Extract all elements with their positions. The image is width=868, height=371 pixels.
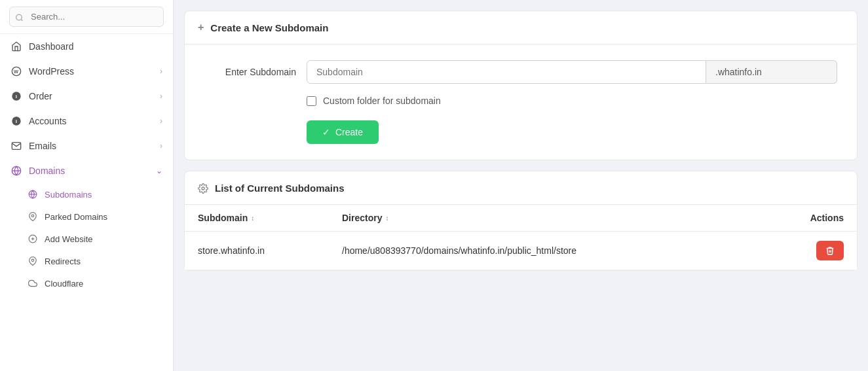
table-wrap: Subdomain ↕ Directory ↕ Actions store.wh… (185, 205, 857, 270)
redirects-icon (28, 256, 38, 266)
sidebar-label-domains: Domains (29, 166, 149, 176)
sidebar-sub-label-redirects: Redirects (45, 256, 81, 266)
actions-col-label: Actions (810, 213, 844, 223)
form-row-subdomain: Enter Subdomain .whatinfo.in (204, 60, 837, 84)
row-directory: /home/u808393770/domains/whatinfo.in/pub… (342, 245, 778, 256)
sidebar-sub-label-cloudflare: Cloudflare (45, 279, 83, 289)
create-card-title: Create a New Subdomain (210, 22, 328, 33)
subdomains-icon (28, 189, 38, 200)
chevron-right-icon: › (160, 141, 162, 150)
order-icon: i (10, 90, 22, 102)
create-button-label: Create (335, 127, 363, 137)
sidebar-item-parked-domains[interactable]: Parked Domains (0, 205, 173, 228)
sidebar-item-order[interactable]: i Order › (0, 84, 173, 109)
table-header: Subdomain ↕ Directory ↕ Actions (185, 205, 857, 232)
svg-text:i: i (16, 118, 17, 124)
delete-button[interactable] (816, 241, 844, 260)
list-card-header: List of Current Subdomains (185, 171, 857, 205)
list-card-title: List of Current Subdomains (215, 183, 345, 194)
table-row: store.whatinfo.in /home/u808393770/domai… (185, 232, 857, 270)
chevron-right-icon: › (160, 116, 162, 126)
checkmark-icon: ✓ (322, 127, 330, 137)
globe-icon (10, 165, 22, 177)
create-subdomain-card: + Create a New Subdomain Enter Subdomain… (184, 10, 858, 160)
wordpress-icon: W (10, 65, 22, 77)
plus-icon: + (198, 22, 204, 33)
subdomain-label: Enter Subdomain (204, 67, 296, 77)
create-btn-row: ✓ Create (307, 120, 837, 144)
email-icon (10, 140, 22, 152)
sidebar-item-add-website[interactable]: Add Website (0, 228, 173, 250)
sidebar-item-wordpress[interactable]: W WordPress › (0, 59, 173, 84)
svg-text:i: i (16, 94, 17, 99)
svg-text:W: W (14, 69, 18, 75)
parked-domains-icon (28, 211, 38, 222)
chevron-right-icon: › (160, 92, 162, 101)
subdomain-input[interactable] (307, 60, 706, 84)
svg-line-1 (21, 19, 22, 20)
create-card-header: + Create a New Subdomain (185, 11, 857, 44)
sidebar-item-redirects[interactable]: Redirects (0, 250, 173, 272)
sidebar-label-accounts: Accounts (29, 116, 153, 126)
sidebar-item-cloudflare[interactable]: Cloudflare (0, 272, 173, 294)
accounts-icon: i (10, 115, 22, 127)
sidebar-item-emails[interactable]: Emails › (0, 133, 173, 158)
row-subdomain: store.whatinfo.in (198, 245, 342, 256)
cloudflare-icon (28, 278, 38, 289)
subdomain-col-label: Subdomain (198, 213, 248, 223)
svg-point-16 (31, 259, 34, 262)
sidebar-label-dashboard: Dashboard (29, 41, 162, 52)
search-icon (15, 12, 24, 22)
sidebar-item-domains[interactable]: Domains ⌄ (0, 158, 173, 183)
svg-point-0 (16, 14, 22, 20)
column-header-subdomain: Subdomain ↕ (198, 213, 342, 223)
svg-point-12 (31, 215, 34, 217)
sidebar-label-order: Order (29, 91, 153, 101)
directory-col-label: Directory (342, 213, 382, 223)
custom-folder-checkbox[interactable] (307, 96, 316, 106)
chevron-right-icon: › (160, 67, 162, 76)
sidebar-label-emails: Emails (29, 141, 153, 151)
home-icon (10, 41, 22, 52)
sidebar-item-dashboard[interactable]: Dashboard (0, 34, 173, 59)
sidebar-sub-label-parked-domains: Parked Domains (45, 212, 107, 222)
add-website-icon (28, 234, 38, 244)
column-header-directory: Directory ↕ (342, 213, 778, 223)
custom-folder-label[interactable]: Custom folder for subdomain (323, 96, 441, 106)
domain-suffix: .whatinfo.in (706, 60, 837, 84)
main-content: + Create a New Subdomain Enter Subdomain… (174, 0, 868, 371)
row-actions (778, 241, 844, 260)
column-header-actions: Actions (778, 213, 844, 223)
create-card-body: Enter Subdomain .whatinfo.in Custom fold… (185, 44, 857, 160)
search-input[interactable] (9, 7, 164, 27)
sort-icon-subdomain[interactable]: ↕ (251, 215, 254, 222)
sidebar-sub-label-add-website: Add Website (45, 234, 92, 244)
chevron-down-icon: ⌄ (156, 166, 162, 175)
gear-icon (198, 182, 208, 194)
sidebar-item-accounts[interactable]: i Accounts › (0, 109, 173, 133)
subdomain-inputs: .whatinfo.in (307, 60, 837, 84)
list-subdomains-card: List of Current Subdomains Subdomain ↕ D… (184, 171, 858, 271)
custom-folder-row: Custom folder for subdomain (307, 96, 837, 106)
search-wrap (0, 0, 173, 34)
create-button[interactable]: ✓ Create (307, 120, 379, 144)
sort-icon-directory[interactable]: ↕ (385, 215, 388, 222)
sidebar-label-wordpress: WordPress (29, 66, 153, 77)
sidebar-sub-label-subdomains: Subdomains (45, 190, 92, 200)
sidebar: Dashboard W WordPress › i Order › i (0, 0, 174, 371)
svg-point-17 (202, 187, 204, 190)
sidebar-item-subdomains[interactable]: Subdomains (0, 183, 173, 205)
